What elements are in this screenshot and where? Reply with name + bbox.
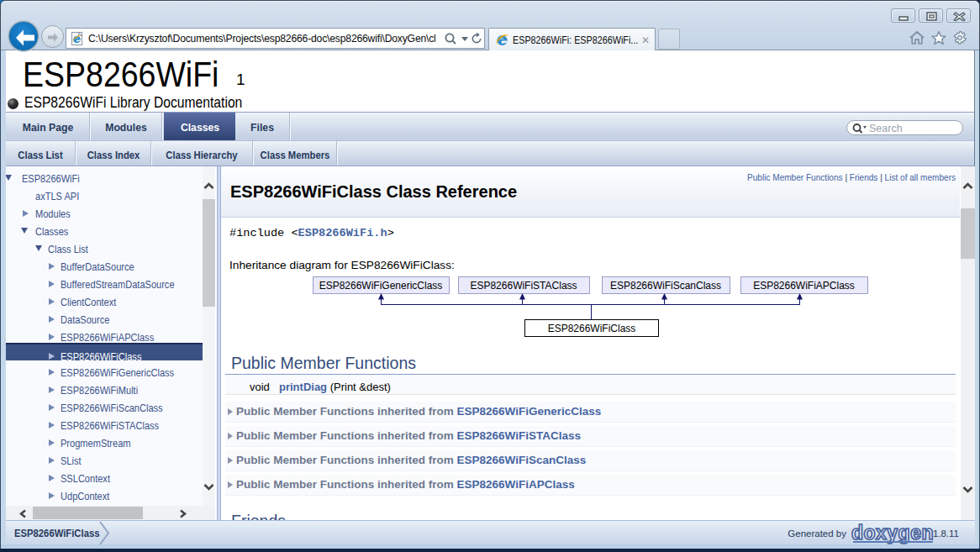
- svg-text:ESP8266WiFiClass: ESP8266WiFiClass: [548, 323, 636, 334]
- svg-text:ESP8266WiFiScanClass: ESP8266WiFiScanClass: [610, 280, 721, 292]
- svg-text:ESP8266WiFiSTAClass: ESP8266WiFiSTAClass: [470, 280, 577, 292]
- svg-text:ESP8266WiFiGenericClass: ESP8266WiFiGenericClass: [319, 280, 443, 292]
- svg-text:ESP8266WiFiAPClass: ESP8266WiFiAPClass: [753, 280, 855, 292]
